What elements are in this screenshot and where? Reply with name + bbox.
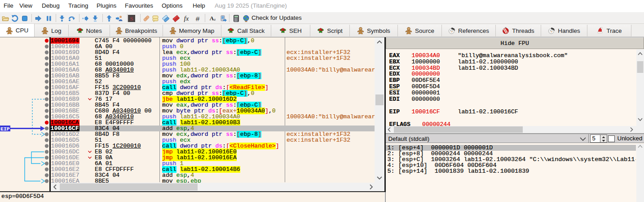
- svg-text:EIP: EIP: [0, 126, 10, 132]
- svg-text:S: S: [130, 15, 133, 22]
- svg-text:z: z: [214, 17, 216, 22]
- svg-text:#: #: [196, 15, 200, 22]
- svg-text:fx: fx: [184, 15, 189, 22]
- svg-text:A: A: [210, 15, 214, 22]
